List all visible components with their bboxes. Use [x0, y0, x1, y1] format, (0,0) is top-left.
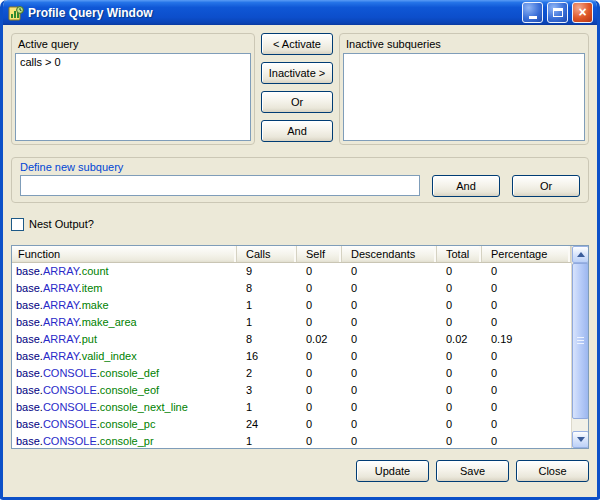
value-cell: 0	[437, 399, 482, 416]
value-cell: 0	[437, 263, 482, 280]
value-cell: 0	[297, 382, 342, 399]
value-cell: 0	[297, 314, 342, 331]
active-query-list[interactable]: calls > 0	[15, 53, 251, 141]
query-section: Active query calls > 0 < Activate Inacti…	[11, 33, 589, 145]
value-cell: 0	[342, 433, 437, 448]
feature-name: console_next_line	[100, 401, 188, 413]
class-name: ARRAY	[43, 282, 79, 294]
value-cell: 0	[297, 263, 342, 280]
inactivate-button[interactable]: Inactivate >	[261, 62, 333, 84]
value-cell: 0	[482, 433, 571, 448]
define-subquery-label: Define new subquery	[20, 161, 123, 173]
inactive-subqueries-label: Inactive subqueries	[346, 38, 582, 50]
column-header-function[interactable]: Function	[12, 246, 237, 262]
close-action-button[interactable]: Close	[516, 460, 589, 482]
value-cell: 0	[437, 365, 482, 382]
scrollbar-thumb[interactable]	[572, 263, 589, 419]
table-row[interactable]: base.ARRAY.make_area10000	[12, 314, 571, 331]
window-icon[interactable]	[8, 5, 24, 21]
scrollbar-up-button[interactable]	[572, 246, 589, 263]
column-header-descendants[interactable]: Descendants	[342, 246, 437, 262]
function-cell: base.CONSOLE.console_next_line	[12, 399, 237, 416]
scrollbar-down-button[interactable]	[572, 431, 589, 448]
value-cell: 0	[342, 348, 437, 365]
value-cell: 0	[297, 348, 342, 365]
value-cell: 2	[237, 365, 297, 382]
feature-name: count	[82, 265, 109, 277]
function-cell: base.ARRAY.count	[12, 263, 237, 280]
feature-name: console_pr	[100, 435, 154, 447]
up-arrow-icon	[577, 252, 585, 257]
value-cell: 0	[342, 382, 437, 399]
active-query-panel: Active query calls > 0	[11, 33, 255, 145]
value-cell: 8	[237, 280, 297, 297]
or-button[interactable]: Or	[261, 91, 333, 113]
column-header-total[interactable]: Total	[437, 246, 482, 262]
table-row[interactable]: base.CONSOLE.console_def20000	[12, 365, 571, 382]
value-cell: 1	[237, 433, 297, 448]
table-row[interactable]: base.ARRAY.item80000	[12, 280, 571, 297]
cluster-name: base	[16, 333, 40, 345]
table-row[interactable]: base.ARRAY.count90000	[12, 263, 571, 280]
value-cell: 0	[437, 416, 482, 433]
value-cell: 0	[437, 297, 482, 314]
class-name: CONSOLE	[43, 435, 97, 447]
window-title: Profile Query Window	[28, 6, 518, 20]
value-cell: 0	[437, 348, 482, 365]
class-name: CONSOLE	[43, 401, 97, 413]
save-button[interactable]: Save	[436, 460, 509, 482]
class-name: ARRAY	[43, 350, 79, 362]
column-header-calls[interactable]: Calls	[237, 246, 297, 262]
inactive-subqueries-list[interactable]	[343, 53, 585, 141]
and-button[interactable]: And	[261, 120, 333, 142]
value-cell: 0	[342, 365, 437, 382]
value-cell: 0	[437, 382, 482, 399]
value-cell: 0	[297, 416, 342, 433]
value-cell: 0	[482, 416, 571, 433]
value-cell: 0	[482, 263, 571, 280]
column-header-self[interactable]: Self	[297, 246, 342, 262]
maximize-button[interactable]	[547, 2, 568, 23]
inactive-subqueries-panel: Inactive subqueries	[339, 33, 589, 145]
function-cell: base.CONSOLE.console_pr	[12, 433, 237, 448]
value-cell: 0	[342, 399, 437, 416]
value-cell: 24	[237, 416, 297, 433]
close-button[interactable]: ×	[572, 2, 593, 23]
active-query-label: Active query	[18, 38, 248, 50]
down-arrow-icon	[577, 437, 585, 442]
cluster-name: base	[16, 435, 40, 447]
subquery-or-button[interactable]: Or	[512, 175, 580, 197]
value-cell: 0.02	[437, 331, 482, 348]
value-cell: 0	[297, 433, 342, 448]
profile-query-window: Profile Query Window × Active query call…	[0, 0, 600, 500]
table-row[interactable]: base.ARRAY.valid_index160000	[12, 348, 571, 365]
value-cell: 8	[237, 331, 297, 348]
value-cell: 0	[342, 314, 437, 331]
nest-output-checkbox[interactable]	[11, 218, 24, 231]
feature-name: console_eof	[100, 384, 159, 396]
feature-name: put	[82, 333, 97, 345]
nest-output-row: Nest Output?	[11, 217, 589, 231]
subquery-and-button[interactable]: And	[432, 175, 500, 197]
table-row[interactable]: base.ARRAY.make10000	[12, 297, 571, 314]
window-titlebar[interactable]: Profile Query Window ×	[3, 0, 597, 25]
cluster-name: base	[16, 418, 40, 430]
activate-button[interactable]: < Activate	[261, 33, 333, 55]
class-name: ARRAY	[43, 299, 79, 311]
cluster-name: base	[16, 282, 40, 294]
table-row[interactable]: base.CONSOLE.console_pr10000	[12, 433, 571, 448]
table-row[interactable]: base.CONSOLE.console_next_line10000	[12, 399, 571, 416]
value-cell: 0	[482, 365, 571, 382]
update-button[interactable]: Update	[356, 460, 429, 482]
table-row[interactable]: base.CONSOLE.console_eof30000	[12, 382, 571, 399]
table-row[interactable]: base.ARRAY.put80.0200.020.19	[12, 331, 571, 348]
column-header-percentage[interactable]: Percentage	[482, 246, 571, 262]
active-query-item[interactable]: calls > 0	[16, 54, 250, 70]
profile-table: Function Calls Self Descendants Total Pe…	[11, 245, 589, 449]
table-scrollbar[interactable]	[571, 246, 588, 448]
subquery-input[interactable]	[20, 175, 420, 196]
table-row[interactable]: base.CONSOLE.console_pc240000	[12, 416, 571, 433]
nest-output-label[interactable]: Nest Output?	[29, 218, 94, 230]
function-cell: base.CONSOLE.console_eof	[12, 382, 237, 399]
minimize-button[interactable]	[522, 2, 543, 23]
